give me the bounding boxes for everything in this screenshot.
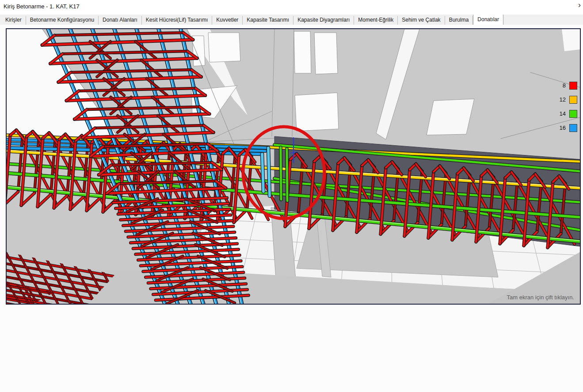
tab-moment-eğrilik[interactable]: Moment-Eğrilik [354,16,398,25]
window-title: Kiriş Betonarme - 1. KAT, K17 [4,3,80,10]
tab-donatılar[interactable]: Donatılar [473,14,503,25]
app-window: { "window": { "title": "Kiriş Betonarme … [0,0,583,392]
rebar-3d-scene [7,29,580,304]
content-area: 8121416 Tam ekran için çift tıklayın. [0,25,583,392]
legend-row: 14 [560,110,577,117]
collapse-chevron-icon[interactable]: › [578,0,581,9]
fullscreen-hint: Tam ekran için çift tıklayın. [507,294,574,301]
legend-color-swatch [569,96,577,104]
tab-burulma[interactable]: Burulma [445,16,473,25]
legend-color-swatch [569,82,577,90]
legend-row: 12 [560,96,577,103]
diameter-legend: 8121416 [560,82,577,138]
tab-kesit-hücresi-lif-tasarımı[interactable]: Kesit Hücresi(Lif) Tasarımı [142,16,212,25]
legend-row: 16 [560,124,577,132]
tab-kuvvetler[interactable]: Kuvvetler [212,16,243,25]
title-bar: Kiriş Betonarme - 1. KAT, K17 › [0,0,583,15]
legend-color-swatch [569,124,577,132]
tab-bar: KirişlerBetonarme KonfigürasyonuDonatı A… [0,15,583,25]
tab-kapasite-tasarımı[interactable]: Kapasite Tasarımı [243,16,293,25]
viewport-3d[interactable]: 8121416 Tam ekran için çift tıklayın. [6,28,581,305]
tab-kapasite-diyagramları[interactable]: Kapasite Diyagramları [293,16,354,25]
legend-diameter-label: 14 [560,110,566,117]
legend-diameter-label: 16 [560,124,566,131]
legend-row: 8 [560,82,577,89]
tab-kirişler[interactable]: Kirişler [1,16,26,25]
tab-betonarme-konfigürasyonu[interactable]: Betonarme Konfigürasyonu [26,16,99,25]
tab-donatı-alanları[interactable]: Donatı Alanları [99,16,142,25]
legend-color-swatch [569,110,577,118]
tab-sehim-ve-çatlak[interactable]: Sehim ve Çatlak [398,16,445,25]
legend-diameter-label: 8 [563,82,566,89]
legend-diameter-label: 12 [560,96,566,103]
